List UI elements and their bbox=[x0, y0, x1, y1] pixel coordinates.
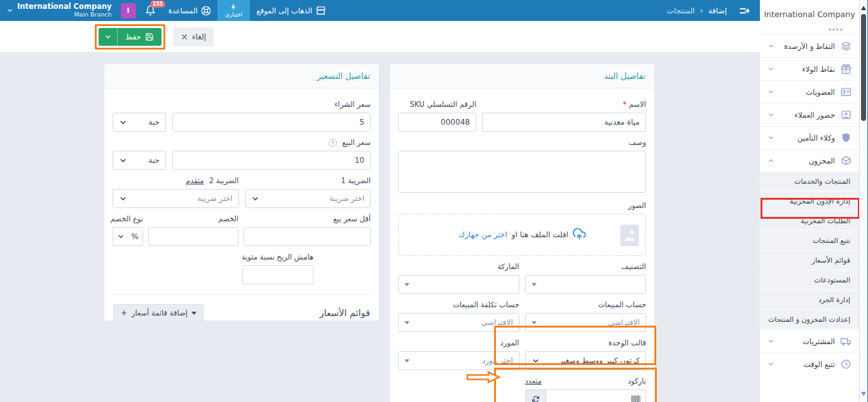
sidebar-item-stock-requests[interactable]: الطلبات المخزنية bbox=[760, 211, 859, 231]
profit-margin-label: هامش الربح نسبة مئوية bbox=[242, 253, 313, 261]
inventory-icon bbox=[841, 155, 851, 166]
discount-field[interactable] bbox=[148, 227, 238, 246]
trial-button[interactable]: اختباري bbox=[217, 0, 251, 21]
sidebar-item-time-tracking[interactable]: تتبع الوقت bbox=[760, 352, 859, 375]
sidebar-item-product-tracking[interactable]: تتبع المنتجات bbox=[760, 231, 859, 251]
profit-margin-field[interactable] bbox=[242, 265, 313, 284]
chevron-down-icon bbox=[768, 134, 775, 141]
sidebar-item-loyalty-points[interactable]: نقاط الولاء bbox=[760, 57, 859, 80]
cogs-account-select[interactable]: الافتراضي bbox=[398, 313, 520, 332]
discount-type-select[interactable]: % bbox=[113, 227, 143, 246]
price-lists-title: قوائم الأسعار bbox=[319, 308, 370, 318]
sales-account-select[interactable]: الافتراضي bbox=[525, 313, 647, 332]
shield-icon bbox=[841, 132, 851, 143]
truck-icon bbox=[841, 336, 851, 347]
chevron-down-icon bbox=[768, 111, 775, 118]
chevron-down-icon bbox=[251, 195, 259, 203]
sidebar-item-purchases[interactable]: المشتريات bbox=[760, 329, 859, 352]
caret-down-icon bbox=[404, 283, 410, 289]
topbar-company-name: International Company bbox=[17, 3, 112, 11]
description-label: وصف bbox=[398, 138, 646, 147]
sidebar-item-price-lists[interactable]: قوائم الأسعار bbox=[760, 251, 859, 270]
sidebar-item-stock-permissions[interactable]: إدارة الإذون المخزنية bbox=[760, 191, 859, 211]
chevron-down-icon bbox=[119, 195, 127, 203]
tax1-select[interactable]: اختر ضريبة bbox=[245, 189, 371, 208]
caret-down-icon bbox=[532, 321, 537, 327]
id-card-icon bbox=[841, 87, 851, 97]
supplier-label: المورد bbox=[398, 338, 520, 347]
sidebar-item-memberships[interactable]: العضويات bbox=[760, 80, 859, 103]
brand-select[interactable] bbox=[398, 275, 520, 294]
purchase-unit-select[interactable]: حبة bbox=[113, 113, 166, 132]
scroll-down-icon[interactable] bbox=[861, 392, 866, 399]
notification-badge: 155 bbox=[150, 1, 166, 8]
go-to-site-label: الذهاب إلى الموقع bbox=[256, 6, 312, 15]
chevron-down-icon bbox=[768, 43, 775, 50]
scroll-up-icon[interactable] bbox=[861, 3, 866, 10]
storefront-icon bbox=[315, 5, 326, 16]
sidebar-item-inventory[interactable]: المخزون bbox=[760, 149, 859, 172]
go-to-site-button[interactable]: الذهاب إلى الموقع bbox=[250, 5, 333, 16]
scrollbar-thumb[interactable] bbox=[861, 14, 866, 121]
unit-template-select[interactable]: كرتون كبير ووسط وصغير bbox=[525, 351, 647, 370]
sale-price-field[interactable] bbox=[172, 151, 371, 170]
sidebar-item-points-balances[interactable]: النقاط و الأرصدة bbox=[760, 34, 859, 57]
layers-icon bbox=[841, 41, 851, 52]
sidebar-item-insurance-agents[interactable]: وكلاء التأمين bbox=[760, 126, 859, 149]
barcode-icon bbox=[631, 394, 641, 402]
image-upload-dropzone[interactable]: افلت الملف هنا او اختر من جهازك bbox=[398, 214, 646, 256]
upload-hint-text: افلت الملف هنا او bbox=[512, 230, 568, 239]
cloud-upload-icon bbox=[573, 228, 586, 241]
help-icon[interactable]: ؟ bbox=[329, 139, 337, 147]
description-field[interactable] bbox=[398, 151, 646, 193]
sidebar-item-customer-attendance[interactable]: حضور العملاء bbox=[760, 103, 859, 126]
topbar-branch-name: Main Branch bbox=[17, 11, 112, 18]
breadcrumb-separator-icon: › bbox=[699, 6, 703, 15]
sale-unit-select[interactable]: حبة bbox=[113, 151, 166, 170]
company-switcher[interactable]: International Company Main Branch bbox=[0, 3, 117, 18]
save-button[interactable]: حفظ bbox=[99, 28, 162, 46]
min-price-field[interactable] bbox=[244, 227, 371, 246]
sidebar-item-stocktaking[interactable]: إدارة الجرد bbox=[760, 290, 859, 310]
barcode-multiple-link[interactable]: متعدد bbox=[525, 377, 542, 385]
avatar[interactable]: I bbox=[121, 3, 136, 18]
category-label: التصنيف bbox=[525, 262, 647, 271]
sku-field[interactable] bbox=[398, 113, 476, 132]
rocket-icon bbox=[230, 4, 237, 11]
chevron-up-icon bbox=[768, 157, 775, 164]
unit-template-label: قالب الوحدة bbox=[525, 338, 647, 347]
barcode-generate-button[interactable] bbox=[525, 389, 546, 402]
action-toolbar: حفظ إلغاء bbox=[0, 21, 760, 53]
trial-label: اختباري bbox=[225, 11, 243, 18]
category-select[interactable] bbox=[525, 275, 647, 294]
sidebar-item-inventory-settings[interactable]: إعدادت المخزون و المنتجات bbox=[760, 310, 859, 329]
pricing-title: تفاصيل التسعير bbox=[104, 64, 379, 88]
chevron-down-icon bbox=[117, 233, 125, 240]
choose-from-device-link[interactable]: اختر من جهازك bbox=[458, 230, 507, 239]
tax2-select[interactable]: اختر ضريبة bbox=[113, 189, 239, 208]
name-field[interactable] bbox=[482, 113, 646, 132]
sidebar-company-name: International Company bbox=[760, 0, 859, 24]
notifications-button[interactable]: 155 bbox=[145, 5, 156, 16]
help-button[interactable]: المساعدة bbox=[162, 6, 217, 16]
sidebar-item-warehouses[interactable]: المستودعات bbox=[760, 270, 859, 290]
save-dropdown-toggle[interactable] bbox=[99, 28, 118, 46]
pricing-panel: تفاصيل التسعير سعر الشراء حبة سعر البيع … bbox=[104, 64, 380, 321]
purchase-price-field[interactable] bbox=[172, 113, 371, 132]
advanced-tax-link[interactable]: متقدم bbox=[186, 176, 204, 185]
tax1-label: الضريبة 1 bbox=[245, 176, 371, 185]
add-price-list-button[interactable]: إضافة قائمة أسعار bbox=[113, 304, 203, 322]
clock-icon bbox=[841, 359, 851, 370]
breadcrumb-products[interactable]: المنتجات bbox=[667, 6, 695, 15]
sidebar-item-products-services[interactable]: المنتجات والخدمات bbox=[760, 172, 859, 191]
cancel-button[interactable]: إلغاء bbox=[173, 27, 214, 46]
barcode-label: باركود bbox=[628, 377, 646, 385]
sidebar-collapse-button[interactable] bbox=[738, 4, 751, 17]
topbar: International Company Main Branch I 155 … bbox=[0, 0, 760, 21]
sidebar-scrollbar[interactable] bbox=[859, 0, 867, 402]
caret-down-icon bbox=[404, 359, 410, 365]
supplier-select[interactable]: اختر مورد bbox=[398, 351, 520, 370]
floppy-save-icon bbox=[145, 32, 154, 41]
apps-grid-icon[interactable] bbox=[760, 24, 859, 34]
plus-icon bbox=[120, 309, 128, 317]
